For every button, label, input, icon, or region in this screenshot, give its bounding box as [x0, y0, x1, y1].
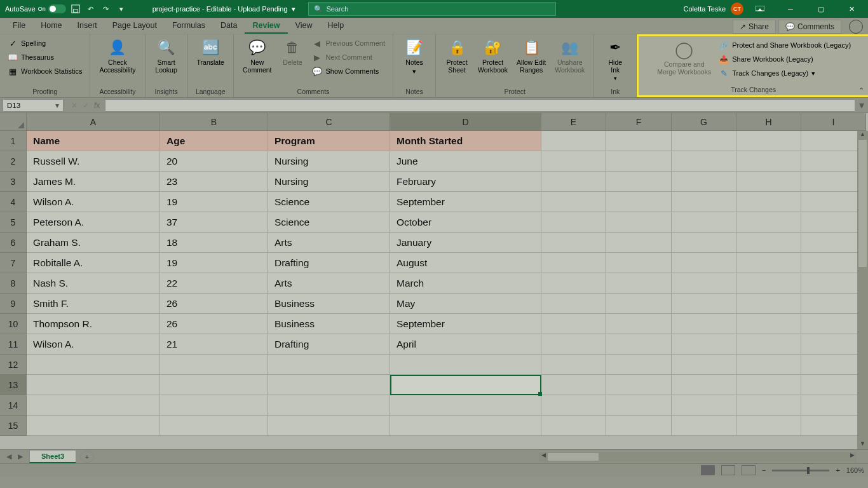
- cell[interactable]: [736, 416, 801, 436]
- cell[interactable]: [268, 395, 390, 416]
- cell[interactable]: [801, 314, 866, 334]
- cell[interactable]: Thompson R.: [27, 314, 160, 334]
- row-header[interactable]: 5: [0, 212, 27, 233]
- tab-help[interactable]: Help: [320, 18, 351, 34]
- chevron-down-icon[interactable]: ▾: [55, 101, 59, 110]
- cell[interactable]: [736, 131, 801, 151]
- cell[interactable]: [606, 375, 672, 395]
- cell[interactable]: Wilson A.: [27, 334, 160, 355]
- cell[interactable]: [268, 375, 390, 395]
- cell[interactable]: [541, 395, 606, 416]
- row-header[interactable]: 13: [0, 375, 27, 395]
- row-header[interactable]: 15: [0, 416, 27, 436]
- cell[interactable]: [390, 355, 541, 375]
- row-header[interactable]: 2: [0, 151, 27, 172]
- row-header[interactable]: 8: [0, 273, 27, 294]
- cell[interactable]: [160, 355, 268, 375]
- search-box[interactable]: 🔍 Search: [308, 2, 556, 16]
- cell[interactable]: Science: [268, 192, 390, 212]
- select-all-corner[interactable]: [0, 113, 27, 131]
- close-button[interactable]: ✕: [837, 0, 865, 18]
- show-comments-button[interactable]: 💬Show Comments: [309, 65, 388, 78]
- cell[interactable]: [672, 395, 736, 416]
- row-header[interactable]: 14: [0, 395, 27, 416]
- cell[interactable]: [736, 273, 801, 294]
- cell[interactable]: [606, 233, 672, 253]
- sheet-nav-next[interactable]: ▶: [18, 452, 29, 461]
- cell[interactable]: [801, 172, 866, 192]
- column-header[interactable]: E: [541, 113, 606, 131]
- expand-formula-icon[interactable]: ▾: [855, 99, 868, 111]
- cell[interactable]: [736, 355, 801, 375]
- cell[interactable]: [672, 334, 736, 355]
- cell[interactable]: [672, 172, 736, 192]
- smart-lookup-button[interactable]: 🔍Smart Lookup: [151, 37, 182, 75]
- cell[interactable]: 19: [160, 192, 268, 212]
- thesaurus-button[interactable]: 📖Thesaurus: [5, 51, 85, 64]
- cell[interactable]: 21: [160, 334, 268, 355]
- tab-view[interactable]: View: [288, 18, 320, 34]
- cell[interactable]: Nursing: [268, 172, 390, 192]
- cell[interactable]: [672, 416, 736, 436]
- column-header[interactable]: B: [160, 113, 268, 131]
- cell[interactable]: [541, 375, 606, 395]
- cell[interactable]: [27, 355, 160, 375]
- cell[interactable]: Age: [160, 131, 268, 151]
- zoom-in-button[interactable]: +: [836, 466, 839, 474]
- cell[interactable]: [606, 253, 672, 273]
- cell[interactable]: April: [390, 334, 541, 355]
- hide-ink-button[interactable]: ✒Hide Ink▾: [599, 37, 631, 83]
- title-dropdown-icon[interactable]: ▾: [292, 5, 295, 13]
- cell[interactable]: June: [390, 151, 541, 172]
- cell[interactable]: [801, 294, 866, 314]
- cell[interactable]: [736, 395, 801, 416]
- cell[interactable]: 18: [160, 233, 268, 253]
- cell[interactable]: Graham S.: [27, 233, 160, 253]
- column-header[interactable]: H: [736, 113, 801, 131]
- maximize-button[interactable]: ▢: [807, 0, 835, 18]
- cell[interactable]: [606, 131, 672, 151]
- cell[interactable]: [606, 416, 672, 436]
- cell[interactable]: Drafting: [268, 334, 390, 355]
- cell[interactable]: [606, 314, 672, 334]
- collapse-ribbon-icon[interactable]: ⌃: [858, 86, 864, 95]
- spelling-button[interactable]: ✓Spelling: [5, 37, 85, 50]
- zoom-out-button[interactable]: −: [762, 466, 766, 474]
- cell[interactable]: [801, 375, 866, 395]
- row-header[interactable]: 12: [0, 355, 27, 375]
- cell[interactable]: [390, 395, 541, 416]
- cell[interactable]: August: [390, 253, 541, 273]
- cell[interactable]: [672, 192, 736, 212]
- cell[interactable]: [801, 151, 866, 172]
- share-button[interactable]: ↗Share: [733, 20, 776, 34]
- cell[interactable]: Arts: [268, 273, 390, 294]
- tab-review[interactable]: Review: [245, 18, 287, 34]
- allow-edit-ranges-button[interactable]: 📋Allow Edit Ranges: [513, 37, 550, 75]
- cell[interactable]: Wilson A.: [27, 192, 160, 212]
- cell[interactable]: [801, 131, 866, 151]
- protect-sheet-button[interactable]: 🔒Protect Sheet: [441, 37, 473, 75]
- column-header[interactable]: F: [606, 113, 672, 131]
- column-header[interactable]: D: [390, 113, 541, 131]
- column-header[interactable]: I: [801, 113, 866, 131]
- column-header[interactable]: G: [672, 113, 736, 131]
- notes-button[interactable]: 📝Notes▾: [398, 37, 430, 76]
- cell[interactable]: [672, 212, 736, 233]
- cell[interactable]: [672, 375, 736, 395]
- add-sheet-button[interactable]: +: [80, 451, 94, 463]
- tab-formulas[interactable]: Formulas: [165, 18, 213, 34]
- cell[interactable]: [268, 355, 390, 375]
- column-header[interactable]: C: [268, 113, 390, 131]
- cell[interactable]: [268, 416, 390, 436]
- autosave-toggle[interactable]: AutoSave On: [5, 4, 66, 13]
- cell[interactable]: [736, 212, 801, 233]
- cell[interactable]: [736, 233, 801, 253]
- workbook-stats-button[interactable]: ▦Workbook Statistics: [5, 65, 85, 78]
- cell[interactable]: 19: [160, 253, 268, 273]
- redo-icon[interactable]: ↷: [100, 3, 112, 15]
- cell[interactable]: [160, 416, 268, 436]
- tab-data[interactable]: Data: [213, 18, 245, 34]
- sheet-nav-prev[interactable]: ◀: [0, 452, 18, 461]
- cell[interactable]: Name: [27, 131, 160, 151]
- cell[interactable]: [736, 172, 801, 192]
